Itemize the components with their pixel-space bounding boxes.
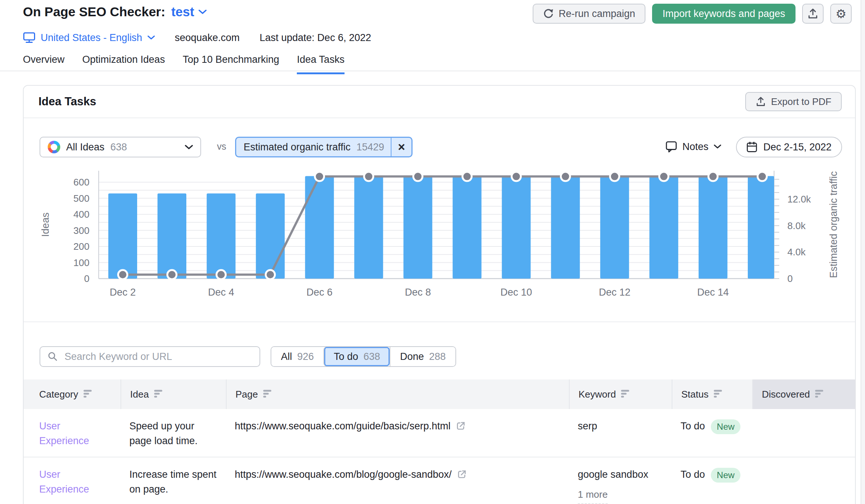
chart-bar[interactable] bbox=[354, 176, 383, 279]
chart-bar[interactable] bbox=[699, 176, 727, 279]
external-link-icon[interactable] bbox=[456, 421, 466, 431]
locale-selector[interactable]: United States - English bbox=[23, 32, 155, 44]
traffic-dot[interactable] bbox=[217, 270, 226, 279]
traffic-dot[interactable] bbox=[659, 172, 668, 181]
search-input[interactable] bbox=[64, 351, 252, 363]
cell-category[interactable]: User Experience bbox=[24, 409, 109, 457]
campaign-domain: seoquake.com bbox=[175, 32, 240, 44]
section-divider bbox=[24, 321, 856, 322]
chevron-down-icon bbox=[185, 145, 193, 150]
chart-bar[interactable] bbox=[502, 176, 531, 279]
table-body: User ExperienceSpeed up your page load t… bbox=[24, 409, 856, 504]
left-axis-tick: 200 bbox=[74, 241, 89, 252]
upload-icon bbox=[807, 8, 818, 19]
column-label: Status bbox=[681, 389, 709, 400]
column-header-discovered[interactable]: Discovered bbox=[752, 379, 856, 409]
segment-all[interactable]: All926 bbox=[271, 347, 323, 366]
traffic-dot[interactable] bbox=[413, 172, 423, 181]
date-range-picker[interactable]: Dec 2-15, 2022 bbox=[736, 137, 842, 157]
metric-chip-close-icon[interactable]: × bbox=[391, 138, 411, 156]
import-keywords-button[interactable]: Import keywords and pages bbox=[652, 4, 796, 24]
column-label: Page bbox=[235, 389, 258, 400]
traffic-dot[interactable] bbox=[462, 172, 472, 181]
import-keywords-label: Import keywords and pages bbox=[662, 8, 785, 20]
column-header-status[interactable]: Status bbox=[672, 379, 752, 409]
notes-dropdown[interactable]: Notes bbox=[665, 140, 721, 153]
calendar-icon bbox=[746, 141, 757, 153]
chart-bar[interactable] bbox=[108, 193, 137, 279]
column-label: Discovered bbox=[762, 389, 810, 400]
sort-filter-icon[interactable] bbox=[714, 390, 723, 399]
traffic-dot[interactable] bbox=[757, 172, 767, 181]
status-badge: New bbox=[711, 419, 740, 434]
traffic-dot[interactable] bbox=[118, 270, 128, 279]
column-header-idea[interactable]: Idea bbox=[121, 379, 226, 409]
cell-status: To doNew bbox=[672, 457, 752, 504]
reload-icon bbox=[543, 8, 553, 19]
cell-category[interactable]: User Experience bbox=[24, 457, 109, 504]
status-text[interactable]: To do bbox=[681, 419, 705, 433]
column-header-keyword[interactable]: Keyword bbox=[569, 379, 672, 409]
ideas-donut-icon bbox=[48, 141, 60, 153]
tabs-divider bbox=[0, 71, 865, 71]
chart-bar[interactable] bbox=[207, 193, 235, 279]
sort-filter-icon[interactable] bbox=[154, 390, 164, 399]
chart-bar[interactable] bbox=[452, 176, 481, 279]
idea-tasks-card: Idea Tasks Export to PDF All Ideas 638 v… bbox=[23, 85, 856, 504]
segment-count: 638 bbox=[363, 351, 380, 362]
rerun-campaign-button[interactable]: Re-run campaign bbox=[533, 4, 645, 24]
traffic-dot[interactable] bbox=[266, 270, 275, 279]
traffic-dot[interactable] bbox=[512, 172, 521, 181]
sort-filter-icon[interactable] bbox=[84, 390, 93, 399]
card-title: Idea Tasks bbox=[38, 95, 96, 108]
segment-to-do[interactable]: To do638 bbox=[323, 347, 390, 366]
chart-bar[interactable] bbox=[157, 193, 186, 279]
metric-chip[interactable]: Estimated organic traffic 15429 × bbox=[235, 137, 413, 157]
export-to-pdf-button[interactable]: Export to PDF bbox=[745, 92, 842, 111]
traffic-dot[interactable] bbox=[315, 172, 324, 181]
campaign-selector[interactable]: test bbox=[171, 4, 207, 19]
traffic-dot[interactable] bbox=[610, 172, 619, 181]
locale-label: United States - English bbox=[41, 32, 142, 44]
traffic-dot[interactable] bbox=[167, 270, 177, 279]
page-url[interactable]: https://www.seoquake.com/guide/basic/ser… bbox=[235, 419, 451, 433]
segment-done[interactable]: Done288 bbox=[390, 347, 455, 366]
column-header-page[interactable]: Page bbox=[226, 379, 569, 409]
chart-bar[interactable] bbox=[403, 176, 432, 279]
left-axis-title: Ideas bbox=[40, 212, 51, 237]
chart-bar[interactable] bbox=[256, 193, 285, 279]
note-bubble-icon bbox=[665, 140, 677, 153]
traffic-dot[interactable] bbox=[708, 172, 718, 181]
sort-filter-icon[interactable] bbox=[815, 390, 825, 399]
page-url[interactable]: https://www.seoquake.com/blog/google-san… bbox=[235, 467, 452, 482]
left-axis-tick: 100 bbox=[74, 257, 89, 268]
keyword-more-link[interactable]: 1 more bbox=[578, 487, 608, 504]
sort-filter-icon[interactable] bbox=[621, 390, 631, 399]
settings-button[interactable]: ⚙ bbox=[830, 4, 852, 24]
cell-keyword: google sandbox1 more bbox=[569, 457, 672, 504]
cell-idea: Speed up your page load time. bbox=[121, 409, 226, 457]
ideas-dropdown[interactable]: All Ideas 638 bbox=[40, 137, 201, 157]
chart-bar[interactable] bbox=[600, 176, 629, 279]
sort-filter-icon[interactable] bbox=[263, 390, 273, 399]
status-text[interactable]: To do bbox=[681, 467, 705, 482]
chart-bar[interactable] bbox=[748, 176, 774, 279]
chart-bar[interactable] bbox=[305, 176, 334, 279]
column-label: Category bbox=[39, 389, 78, 400]
external-link-icon[interactable] bbox=[457, 469, 467, 479]
chart-bar[interactable] bbox=[649, 176, 678, 279]
left-axis-tick: 600 bbox=[74, 177, 89, 188]
traffic-dot[interactable] bbox=[561, 172, 570, 181]
export-icon-button[interactable] bbox=[802, 4, 824, 24]
keyword-text: google sandbox bbox=[578, 467, 664, 482]
left-axis-tick: 300 bbox=[74, 225, 89, 236]
chevron-down-icon bbox=[714, 144, 721, 149]
notes-label: Notes bbox=[682, 141, 709, 153]
column-header-category[interactable]: Category bbox=[24, 379, 121, 409]
chart-bar[interactable] bbox=[551, 176, 580, 279]
segment-count: 288 bbox=[429, 351, 446, 362]
traffic-dot[interactable] bbox=[364, 172, 373, 181]
table-row: User ExperienceIncrease time spent on pa… bbox=[24, 457, 856, 504]
right-axis-tick: 0 bbox=[787, 273, 793, 284]
scrollbar[interactable] bbox=[861, 0, 865, 504]
